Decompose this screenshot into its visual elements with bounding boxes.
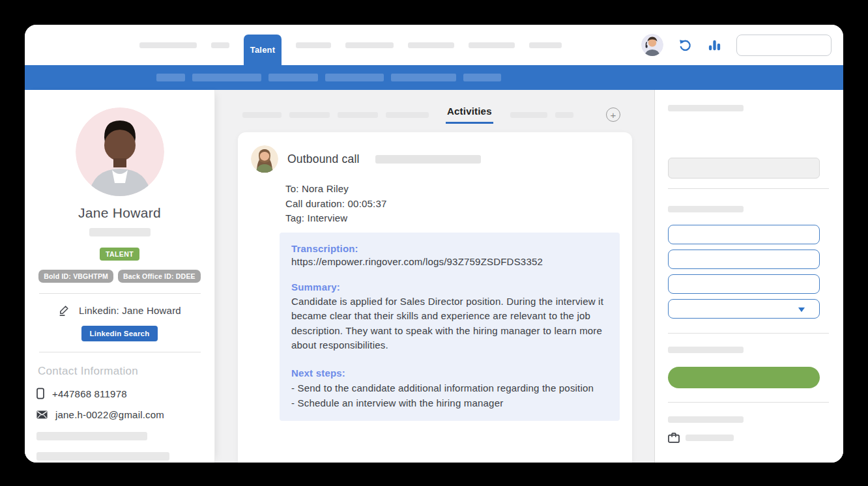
call-to: To: Nora Riley xyxy=(285,182,616,197)
profile-sidebar: Jane Howard TALENT Bold ID: VBGHTPM Back… xyxy=(25,90,215,463)
briefcase-icon xyxy=(668,433,680,443)
linkedin-label: Linkedin: Jane Howard xyxy=(79,305,181,316)
tab-placeholder[interactable] xyxy=(289,112,330,118)
tab-placeholder[interactable] xyxy=(242,112,282,118)
edit-pencil-icon[interactable] xyxy=(58,304,70,317)
nav-placeholder[interactable] xyxy=(469,42,515,48)
call-duration: Call duration: 00:05:37 xyxy=(285,197,616,212)
nav-placeholder[interactable] xyxy=(211,42,229,48)
content-tabs: Activities + xyxy=(242,106,654,124)
form-input-2[interactable] xyxy=(668,250,820,269)
placeholder-bar xyxy=(89,228,151,236)
placeholder-bar xyxy=(668,206,744,212)
divider xyxy=(668,333,829,334)
summary-label: Summary: xyxy=(291,281,608,293)
subnav-placeholder[interactable] xyxy=(325,74,384,81)
subnav-placeholder[interactable] xyxy=(463,74,501,81)
phone-icon xyxy=(36,388,44,399)
call-details: To: Nora Riley Call duration: 00:05:37 T… xyxy=(285,182,616,226)
nav-placeholder[interactable] xyxy=(408,42,454,48)
placeholder-bar xyxy=(375,155,481,164)
transcription-link[interactable]: https://empower.ringover.com/logs/93Z759… xyxy=(291,256,608,267)
back-office-id-badge: Back Office ID: DDEE xyxy=(118,270,201,283)
placeholder-bar xyxy=(668,347,744,353)
divider xyxy=(668,188,829,189)
next-steps-label: Next steps: xyxy=(291,367,608,379)
activity-card: Outbound call To: Nora Riley Call durati… xyxy=(238,132,632,463)
call-summary-note: Transcription: https://empower.ringover.… xyxy=(280,233,620,421)
divider xyxy=(39,352,201,352)
sub-navigation xyxy=(25,65,843,90)
candidate-name: Jane Howard xyxy=(78,205,161,221)
linkedin-search-button[interactable]: Linkedin Search xyxy=(81,326,158,341)
analytics-icon[interactable] xyxy=(707,38,722,53)
transcription-label: Transcription: xyxy=(291,243,608,254)
email-icon xyxy=(36,410,48,419)
top-navigation: Talent xyxy=(25,25,843,65)
placeholder-bar xyxy=(36,452,169,461)
nav-tab-talent[interactable]: Talent xyxy=(244,35,282,65)
chevron-down-icon xyxy=(798,307,805,312)
form-input-1[interactable] xyxy=(668,225,820,244)
placeholder-bar xyxy=(686,435,734,441)
divider xyxy=(39,293,201,294)
talent-badge: TALENT xyxy=(100,248,139,261)
phone-number: +447868 811978 xyxy=(52,388,127,399)
tab-activities[interactable]: Activities xyxy=(446,106,493,124)
agent-avatar[interactable] xyxy=(641,34,663,56)
placeholder-bar xyxy=(668,105,744,111)
primary-action-button[interactable] xyxy=(668,367,820,388)
activity-title: Outbound call xyxy=(287,152,360,166)
refresh-icon[interactable] xyxy=(678,38,693,53)
caller-avatar xyxy=(251,145,278,173)
placeholder-bar xyxy=(36,432,147,440)
app-window: Talent xyxy=(25,25,843,463)
subnav-placeholder[interactable] xyxy=(192,74,261,81)
call-tag: Tag: Interview xyxy=(285,211,616,226)
next-step-item: - Send to the candidate additional infor… xyxy=(291,380,608,395)
tab-placeholder[interactable] xyxy=(386,112,429,118)
disabled-field xyxy=(668,158,820,179)
subnav-placeholder[interactable] xyxy=(268,74,318,81)
tab-placeholder[interactable] xyxy=(510,112,547,118)
summary-text: Candidate is applied for Sales Director … xyxy=(291,294,608,353)
bold-id-badge: Bold ID: VBGHTPM xyxy=(38,270,113,283)
nav-placeholder[interactable] xyxy=(139,42,197,48)
screenshot-frame: Talent xyxy=(0,0,868,486)
form-dropdown[interactable] xyxy=(668,299,820,319)
subnav-placeholder[interactable] xyxy=(391,74,456,81)
profile-photo xyxy=(76,107,164,196)
add-activity-button[interactable]: + xyxy=(606,107,620,122)
tab-placeholder[interactable] xyxy=(555,112,573,118)
next-step-item: - Schedule an interview with the hiring … xyxy=(291,395,608,410)
divider xyxy=(668,402,829,403)
placeholder-bar xyxy=(668,416,744,423)
nav-placeholder[interactable] xyxy=(345,42,394,48)
form-input-3[interactable] xyxy=(668,274,820,294)
nav-placeholder[interactable] xyxy=(529,42,562,48)
nav-placeholder[interactable] xyxy=(296,42,331,48)
contact-information-heading: Contact Information xyxy=(25,365,214,378)
email-address: jane.h-0022@gmail.com xyxy=(55,409,164,420)
search-input[interactable] xyxy=(736,35,832,56)
tab-placeholder[interactable] xyxy=(338,112,378,118)
subnav-placeholder[interactable] xyxy=(156,74,185,81)
main-panel: Activities + xyxy=(215,90,654,463)
details-sidebar xyxy=(654,90,843,463)
main-nav: Talent xyxy=(139,25,562,65)
